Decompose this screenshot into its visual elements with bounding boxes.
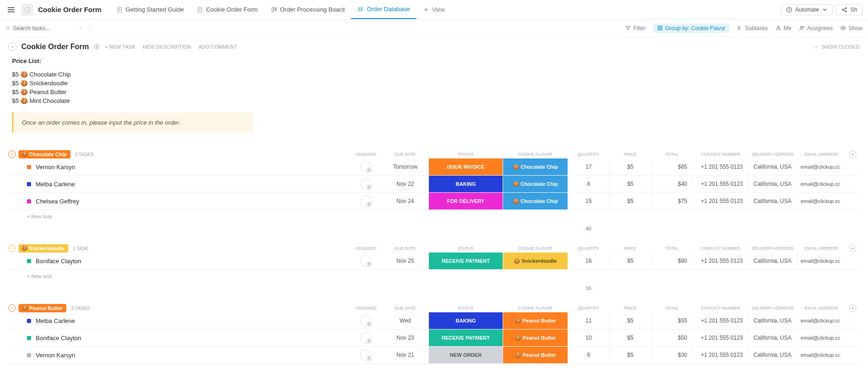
collapse-group-icon[interactable] <box>8 151 16 158</box>
quantity-cell[interactable]: 15 <box>568 193 609 209</box>
col-email-address[interactable]: EMAIL ADDRESS <box>797 152 846 157</box>
task-row[interactable]: Boniface ClaytonNov 23RECEIVE PAYMENT🍪 P… <box>8 329 860 347</box>
email-cell[interactable]: email@clickup.cc <box>797 193 846 209</box>
status-square-icon[interactable] <box>27 259 31 263</box>
email-cell[interactable]: email@clickup.cc <box>797 312 846 329</box>
email-cell[interactable]: email@clickup.cc <box>797 329 846 346</box>
menu-icon[interactable] <box>6 4 17 15</box>
col-quantity[interactable]: QUANTITY <box>568 246 609 251</box>
new-task-row[interactable]: + New task <box>8 210 860 223</box>
new-task-row[interactable]: + New task <box>8 270 860 283</box>
task-name[interactable]: Boniface Clayton <box>36 258 81 265</box>
new-task-button[interactable]: + NEW TASK <box>105 44 135 50</box>
price-cell[interactable]: $5 <box>609 347 651 363</box>
status-square-icon[interactable] <box>27 353 31 357</box>
quantity-cell[interactable]: 16 <box>568 253 609 269</box>
col-due-date[interactable]: DUE DATE <box>382 152 428 157</box>
collapse-group-icon[interactable] <box>8 245 16 252</box>
email-cell[interactable]: email@clickup.cc <box>797 347 846 363</box>
status-pill[interactable]: FOR DELIVERY <box>429 193 503 209</box>
col-due-date[interactable]: DUE DATE <box>382 306 428 310</box>
flavor-pill[interactable]: 🍪 Chocolate Chip <box>503 158 568 175</box>
hide-description-button[interactable]: HIDE DESCRIPTION <box>143 44 191 50</box>
status-square-icon[interactable] <box>27 182 31 186</box>
group-badge[interactable]: 🍪 Peanut Butter <box>19 304 66 312</box>
tab-cookie-order-form[interactable]: Cookie Order Form <box>190 0 264 19</box>
flavor-pill[interactable]: 🍪 Snickerdoodle <box>503 253 568 269</box>
add-column-button[interactable]: + <box>849 245 856 252</box>
col-quantity[interactable]: QUANTITY <box>568 152 609 157</box>
collapse-list-icon[interactable] <box>8 43 17 51</box>
search-input[interactable] <box>13 25 75 32</box>
email-cell[interactable]: email@clickup.cc <box>797 253 846 269</box>
col-cookie-flavor[interactable]: COOKIE FLAVOR <box>503 152 568 157</box>
price-cell[interactable]: $5 <box>609 176 651 192</box>
contact-cell[interactable]: +1 201 555 0123 <box>693 347 748 363</box>
status-pill[interactable]: BAKING <box>429 176 503 192</box>
task-row[interactable]: Melba CarleneWedBAKING🍪 Peanut Butter11$… <box>8 312 860 329</box>
task-name[interactable]: Vernon Karsyn <box>36 352 75 359</box>
task-name[interactable]: Vernon Karsyn <box>36 164 75 171</box>
task-name[interactable]: Boniface Clayton <box>36 335 81 342</box>
quantity-cell[interactable]: 8 <box>568 176 609 192</box>
show-button[interactable]: Show <box>840 25 862 32</box>
email-cell[interactable]: email@clickup.cc <box>797 176 846 192</box>
task-row[interactable]: Chelsea GeffreyNov 24FOR DELIVERY🍪 Choco… <box>8 193 860 210</box>
col-status[interactable]: STATUS <box>428 152 503 157</box>
price-cell[interactable]: $5 <box>609 329 651 346</box>
col-email-address[interactable]: EMAIL ADDRESS <box>797 306 846 310</box>
due-date[interactable]: Tomorrow <box>382 158 428 175</box>
search-wrap[interactable] <box>6 25 84 32</box>
delivery-cell[interactable]: California, USA <box>748 329 797 346</box>
quantity-cell[interactable]: 17 <box>568 158 609 175</box>
contact-cell[interactable]: +1 201 555 0123 <box>693 158 748 175</box>
col-assignee[interactable]: ASSIGNEE <box>350 152 382 157</box>
col-status[interactable]: STATUS <box>428 246 503 251</box>
assignee-placeholder[interactable] <box>360 196 371 207</box>
chevron-down-icon[interactable] <box>78 25 83 31</box>
col-contact-number[interactable]: CONTACT NUMBER <box>693 246 748 251</box>
flavor-pill[interactable]: 🍪 Chocolate Chip <box>503 193 568 209</box>
price-cell[interactable]: $5 <box>609 193 651 209</box>
delivery-cell[interactable]: California, USA <box>748 176 797 192</box>
due-date[interactable]: Nov 25 <box>382 253 428 269</box>
status-pill[interactable]: RECEIVE PAYMENT <box>429 253 503 269</box>
email-cell[interactable]: email@clickup.cc <box>797 158 846 175</box>
total-cell[interactable]: $30 <box>651 347 693 363</box>
group-badge[interactable]: 🍪 Snickerdoodle <box>19 244 68 253</box>
workspace-icon[interactable] <box>21 4 33 16</box>
flavor-pill[interactable]: 🍪 Peanut Butter <box>503 329 568 346</box>
assignee-placeholder[interactable] <box>360 178 371 190</box>
assignee-placeholder[interactable] <box>360 161 371 172</box>
assignee-placeholder[interactable] <box>360 255 371 266</box>
task-row[interactable]: Boniface ClaytonNov 25RECEIVE PAYMENT🍪 S… <box>8 253 860 270</box>
status-square-icon[interactable] <box>27 165 31 169</box>
add-column-button[interactable]: + <box>849 304 856 312</box>
task-name[interactable]: Chelsea Geffrey <box>36 198 79 205</box>
due-date[interactable]: Wed <box>382 312 428 329</box>
task-row[interactable]: Vernon KarsynTomorrowISSUE INVOICE🍪 Choc… <box>8 158 860 176</box>
total-cell[interactable]: $85 <box>651 158 693 175</box>
task-row[interactable]: Vernon KarsynNov 21NEW ORDER🍪 Peanut But… <box>8 347 860 364</box>
collapse-group-icon[interactable] <box>8 304 16 312</box>
status-pill[interactable]: BAKING <box>429 312 503 329</box>
group-by-button[interactable]: Group by: Cookie Flavor <box>653 24 729 33</box>
delivery-cell[interactable]: California, USA <box>748 158 797 175</box>
col-total[interactable]: TOTAL <box>651 246 693 251</box>
quantity-cell[interactable]: 10 <box>568 329 609 346</box>
total-cell[interactable]: $55 <box>651 312 693 329</box>
status-pill[interactable]: NEW ORDER <box>429 347 503 363</box>
total-cell[interactable]: $40 <box>651 176 693 192</box>
tab-view[interactable]: View <box>416 0 452 19</box>
status-square-icon[interactable] <box>27 336 31 340</box>
due-date[interactable]: Nov 21 <box>382 347 428 363</box>
filter-button[interactable]: Filter <box>625 25 646 32</box>
price-cell[interactable]: $5 <box>609 312 651 329</box>
status-pill[interactable]: ISSUE INVOICE <box>429 158 503 175</box>
delivery-cell[interactable]: California, USA <box>748 193 797 209</box>
group-badge[interactable]: 🍪 Chocolate Chip <box>19 150 70 158</box>
col-quantity[interactable]: QUANTITY <box>568 306 609 310</box>
me-button[interactable]: Me <box>775 25 791 32</box>
status-pill[interactable]: RECEIVE PAYMENT <box>429 329 503 346</box>
status-square-icon[interactable] <box>27 319 31 323</box>
